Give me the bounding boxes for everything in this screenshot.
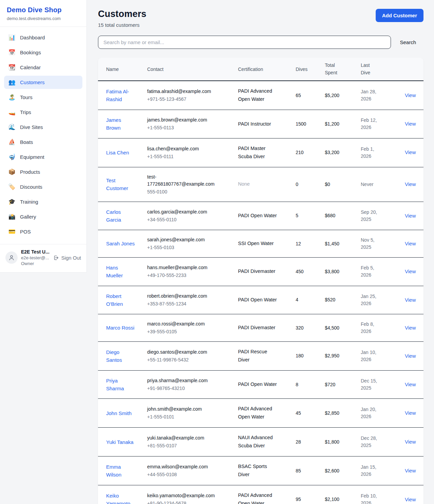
sidebar-item-label: Dashboard <box>20 35 45 40</box>
customer-name-link[interactable]: Hans Mueller <box>106 264 136 280</box>
sidebar-item-label: Gallery <box>20 214 36 220</box>
column-header <box>397 58 423 81</box>
view-link[interactable]: View <box>405 410 416 416</box>
customer-name-link[interactable]: Yuki Tanaka <box>106 438 134 446</box>
customers-table: NameContactCertificationDivesTotal Spent… <box>98 58 423 504</box>
total-spent-cell: $520 <box>325 286 361 314</box>
certification-cell: None <box>238 167 296 202</box>
customer-name-link[interactable]: Priya Sharma <box>106 377 136 393</box>
customer-name-link[interactable]: Test Customer <box>106 176 136 192</box>
view-link[interactable]: View <box>405 181 416 187</box>
column-header: Name <box>98 58 147 81</box>
contact-cell: hans.mueller@example.com+49-170-555-2233 <box>147 258 238 286</box>
view-link[interactable]: View <box>405 149 416 155</box>
view-link[interactable]: View <box>405 297 416 303</box>
certification-cell: PADI Open Water <box>238 202 296 230</box>
contact-cell: yuki.tanaka@example.com+81-555-0107 <box>147 428 238 456</box>
customer-phone: +44-555-0108 <box>147 471 233 478</box>
customer-name-link[interactable]: Sarah Jones <box>106 240 135 247</box>
sidebar-item-bookings[interactable]: 📅Bookings <box>4 46 82 59</box>
diving-mask-icon: 🤿 <box>8 153 16 161</box>
last-dive-value: Feb 12, 2026 <box>361 117 382 131</box>
table-row: Test Customertest-1772681807767@example.… <box>98 167 423 202</box>
view-link[interactable]: View <box>405 241 416 246</box>
customer-name-cell: Test Customer <box>98 167 147 202</box>
sidebar-item-calendar[interactable]: 📆Calendar <box>4 61 82 74</box>
dives-cell: 210 <box>296 138 325 167</box>
certification-cell: PADI Open Water <box>238 370 296 399</box>
customer-name-cell: John Smith <box>98 399 147 428</box>
customer-name-cell: Keiko Yamamoto <box>98 485 147 504</box>
last-dive-cell: Feb 8, 2026 <box>361 314 397 342</box>
customer-name-link[interactable]: Keiko Yamamoto <box>106 492 136 504</box>
sidebar-item-discounts[interactable]: 🏷️Discounts <box>4 180 82 193</box>
view-link[interactable]: View <box>405 121 416 127</box>
search-input[interactable] <box>98 36 391 49</box>
last-dive-cell: Jan 25, 2026 <box>361 286 397 314</box>
certification-value: NAUI Advanced Scuba Diver <box>238 434 279 450</box>
table-row: Hans Muellerhans.mueller@example.com+49-… <box>98 258 423 286</box>
sidebar-item-boats[interactable]: ⛵Boats <box>4 135 82 149</box>
customer-email: carlos.garcia@example.com <box>147 208 217 216</box>
customer-name-link[interactable]: Diego Santos <box>106 348 136 364</box>
view-link[interactable]: View <box>405 381 416 387</box>
view-link[interactable]: View <box>405 353 416 359</box>
total-spent-cell: $2,950 <box>325 342 361 371</box>
tear-off-calendar-icon: 📆 <box>8 64 16 71</box>
contact-cell: priya.sharma@example.com+91-98765-43210 <box>147 370 238 399</box>
customer-name-link[interactable]: James Brown <box>106 116 136 132</box>
customer-name-cell: Carlos Garcia <box>98 202 147 230</box>
customer-name-link[interactable]: Robert O'Brien <box>106 292 136 308</box>
total-spent-value: $2,850 <box>325 410 339 416</box>
sidebar-item-tours[interactable]: 🏝️Tours <box>4 91 82 104</box>
view-link[interactable]: View <box>405 213 416 219</box>
last-dive-cell: Jan 20, 2026 <box>361 399 397 428</box>
sign-out-label: Sign Out <box>61 255 81 261</box>
view-link[interactable]: View <box>405 92 416 98</box>
view-link[interactable]: View <box>405 439 416 445</box>
sidebar-item-pos[interactable]: 💳POS <box>4 225 82 238</box>
total-spent-cell: $3,800 <box>325 258 361 286</box>
customer-name-link[interactable]: Marco Rossi <box>106 324 134 332</box>
sign-out-button[interactable]: Sign Out <box>53 255 81 261</box>
main-content: Customers 15 total customers Add Custome… <box>87 0 434 504</box>
last-dive-cell: Feb 1, 2026 <box>361 138 397 167</box>
dives-cell: 4 <box>296 286 325 314</box>
customer-name-link[interactable]: Emma Wilson <box>106 463 136 479</box>
certification-cell: PADI Advanced Open Water <box>238 485 296 504</box>
sidebar-item-label: Bookings <box>20 50 41 55</box>
total-spent-cell: $680 <box>325 202 361 230</box>
sidebar-item-training[interactable]: 🎓Training <box>4 195 82 208</box>
customer-name-link[interactable]: Carlos Garcia <box>106 208 136 224</box>
dives-cell: 5 <box>296 202 325 230</box>
certification-cell: SSI Open Water <box>238 230 296 258</box>
column-header: Total Spent <box>325 58 361 81</box>
customer-name-link[interactable]: Lisa Chen <box>106 149 129 156</box>
sidebar-item-equipment[interactable]: 🤿Equipment <box>4 150 82 164</box>
customer-name-link[interactable]: Fatima Al-Rashid <box>106 88 136 104</box>
total-spent-value: $1,800 <box>325 439 339 445</box>
sidebar-item-products[interactable]: 📦Products <box>4 165 82 179</box>
sidebar-item-gallery[interactable]: 📸Gallery <box>4 210 82 223</box>
sidebar: Demo Dive Shop demo.test.divestreams.com… <box>0 0 87 273</box>
credit-card-icon: 💳 <box>8 228 16 235</box>
customer-name-link[interactable]: John Smith <box>106 409 132 417</box>
view-cell: View <box>397 428 423 456</box>
view-link[interactable]: View <box>405 468 416 473</box>
view-link[interactable]: View <box>405 268 416 274</box>
view-link[interactable]: View <box>405 325 416 331</box>
view-link[interactable]: View <box>405 497 416 502</box>
customer-count: 15 total customers <box>98 22 146 28</box>
sidebar-item-trips[interactable]: 🚤Trips <box>4 106 82 119</box>
search-button[interactable]: Search <box>400 39 416 45</box>
speedboat-icon: 🚤 <box>8 109 16 116</box>
sidebar-item-dashboard[interactable]: 📊Dashboard <box>4 31 82 44</box>
dives-cell: 95 <box>296 485 325 504</box>
sidebar-item-customers[interactable]: 👥Customers <box>4 76 82 89</box>
add-customer-button[interactable]: Add Customer <box>376 9 423 22</box>
customer-email: marco.rossi@example.com <box>147 320 217 328</box>
sidebar-item-dive-sites[interactable]: 🌊Dive Sites <box>4 120 82 134</box>
contact-cell: marco.rossi@example.com+39-555-0105 <box>147 314 238 342</box>
column-header: Dives <box>296 58 325 81</box>
total-spent-cell: $0 <box>325 167 361 202</box>
